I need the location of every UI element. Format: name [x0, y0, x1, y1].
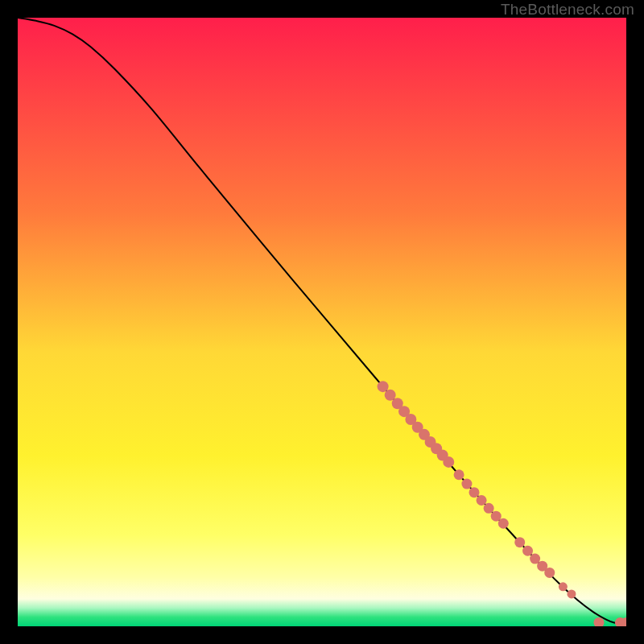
data-point	[514, 537, 525, 547]
chart-background	[18, 18, 626, 626]
data-point	[498, 518, 509, 529]
data-point	[385, 390, 396, 401]
data-point	[454, 469, 464, 480]
data-point	[484, 503, 494, 514]
chart-svg	[18, 18, 626, 626]
data-point	[567, 589, 576, 598]
data-point	[559, 582, 568, 591]
data-point	[477, 495, 487, 506]
data-point	[522, 546, 533, 556]
data-point	[378, 381, 389, 392]
data-point	[544, 568, 555, 578]
watermark-text: TheBottleneck.com	[501, 1, 634, 19]
data-point	[461, 479, 472, 489]
data-point	[443, 456, 454, 468]
plot-area	[18, 18, 626, 626]
data-point	[469, 487, 480, 497]
chart-stage: TheBottleneck.com	[0, 0, 644, 644]
